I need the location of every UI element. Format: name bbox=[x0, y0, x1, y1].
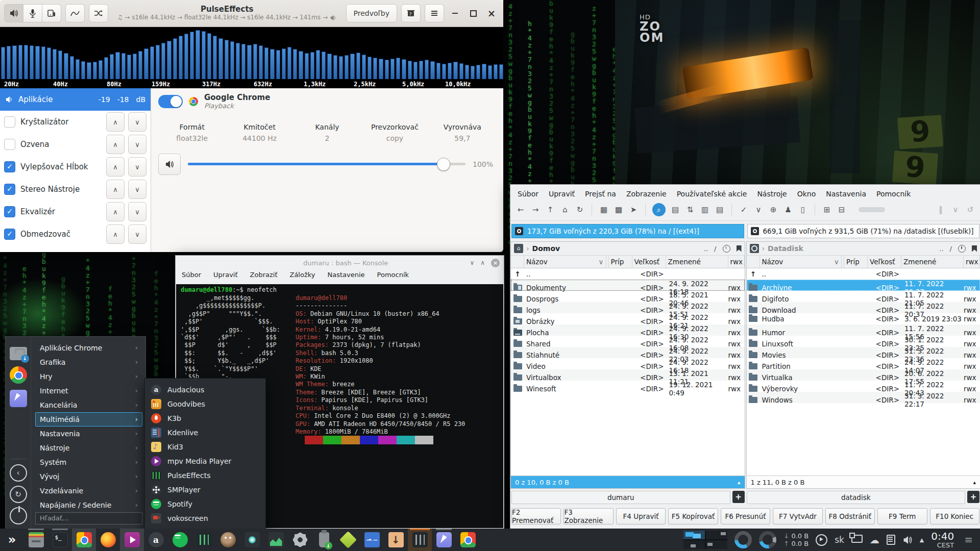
menu-category-kancel-ria[interactable]: Kancelária› bbox=[35, 398, 142, 412]
menu-category-n-stroje[interactable]: Nástroje› bbox=[35, 441, 142, 455]
menu-nastavenie[interactable]: Nastavenie bbox=[328, 271, 365, 279]
menu-category-nastavenia[interactable]: Nastavenia› bbox=[35, 427, 142, 441]
submenu-item-kid3[interactable]: Kid3 bbox=[145, 440, 265, 454]
cloud-tray-icon[interactable]: ☁ bbox=[870, 534, 879, 545]
effects-order-button[interactable] bbox=[89, 4, 108, 22]
plugin-checkbox[interactable]: ✓ bbox=[4, 206, 15, 217]
taskbar-gimp[interactable] bbox=[216, 529, 240, 551]
back-icon[interactable]: ← bbox=[516, 205, 526, 214]
menu-category-v-voj[interactable]: Vývoj› bbox=[35, 469, 142, 484]
file-row[interactable]: Humor<DIR>11. 7. 2022 15:56rwx bbox=[747, 324, 980, 336]
file-row[interactable]: Download<DIR>11. 7. 2022 20:37rwx bbox=[747, 302, 980, 313]
disk-usage-right[interactable]: 669,1 GiB voľných z 931,5 GiB (71%) na /… bbox=[747, 224, 980, 238]
menu-súbor[interactable]: Súbor bbox=[182, 271, 201, 279]
taskbar-file-drawer[interactable] bbox=[24, 529, 48, 551]
menu-item[interactable]: Upraviť bbox=[549, 190, 575, 198]
chrome-apps-icon[interactable] bbox=[10, 347, 27, 360]
disk-usage-gauge-2[interactable] bbox=[759, 531, 776, 548]
fkey-button[interactable]: F8 Odstrániť bbox=[825, 508, 875, 524]
new-tab-button[interactable]: + bbox=[967, 491, 979, 503]
file-row[interactable]: Výberovky<DIR>11. 7. 2022 20:43rwx bbox=[747, 381, 980, 392]
taskbar-cursor-app[interactable] bbox=[432, 529, 456, 551]
submenu-item-kdenlive[interactable]: Kdenlive bbox=[145, 425, 265, 440]
move-down-button[interactable]: ∨ bbox=[128, 112, 146, 132]
taskbar-app-launcher[interactable]: » bbox=[0, 529, 24, 551]
menu-category-vzdel-vanie[interactable]: Vzdelávanie› bbox=[35, 484, 142, 498]
home-icon[interactable]: ⌂ bbox=[514, 244, 523, 253]
taskbar-settings[interactable] bbox=[288, 529, 312, 551]
file-row[interactable]: Dosprogs<DIR>18. 5. 2021 20:46rwx bbox=[511, 291, 745, 302]
move-down-button[interactable]: ∨ bbox=[128, 157, 146, 177]
menu-item[interactable]: Zobrazenie bbox=[626, 190, 667, 198]
mute-button[interactable] bbox=[158, 154, 181, 175]
menu-item[interactable]: Súbor bbox=[518, 190, 538, 198]
column-zmenene[interactable]: Zmenené bbox=[901, 256, 964, 268]
net-connect-icon[interactable]: ⊕ bbox=[768, 205, 778, 214]
move-up-button[interactable]: ∧ bbox=[106, 202, 125, 221]
taskbar-screen-recorder[interactable] bbox=[360, 529, 384, 551]
checksum-more-icon[interactable]: ∨ bbox=[753, 205, 764, 214]
move-up-button[interactable]: ∧ bbox=[106, 224, 125, 244]
taskbar-konsole[interactable]: $_ bbox=[48, 529, 72, 551]
move-down-button[interactable]: ∨ bbox=[128, 135, 146, 154]
column-velkost[interactable]: Veľkosť bbox=[868, 256, 901, 268]
plugin-row[interactable]: ✓Vylepšovač Hĺbok∧∨ bbox=[0, 156, 151, 178]
shutdown-button[interactable] bbox=[10, 507, 27, 524]
new-file-icon[interactable]: ▤ bbox=[670, 205, 680, 214]
column-nazov[interactable]: Názov ∨ bbox=[760, 256, 845, 268]
up-dirs-button[interactable]: .. bbox=[704, 245, 708, 253]
file-row[interactable]: Virtualbox<DIR>13. 1. 2021 11:21rwx bbox=[511, 369, 745, 381]
taskbar-lime-app[interactable] bbox=[336, 529, 360, 551]
taskbar-pulseeffects[interactable] bbox=[192, 529, 216, 551]
fkey-button[interactable]: F7 VytvAdr bbox=[773, 508, 822, 524]
plugin-row[interactable]: Ozvena∧∨ bbox=[0, 133, 151, 156]
mount-plus-icon[interactable]: ⊞ bbox=[822, 205, 832, 214]
submenu-item-audacious[interactable]: aAudacious bbox=[145, 383, 265, 397]
plugin-row[interactable]: ✓Ekvalizér∧∨ bbox=[0, 201, 151, 223]
file-row[interactable]: Digifoto<DIR>11. 7. 2022 21:05rwx bbox=[747, 291, 980, 302]
menu-item[interactable]: Nástroje bbox=[757, 190, 787, 198]
fkey-button[interactable]: F2 Premenovať bbox=[511, 508, 561, 524]
disk-icon[interactable] bbox=[750, 244, 759, 253]
move-up-button[interactable]: ∧ bbox=[106, 180, 125, 199]
menu-category-hry[interactable]: Hry› bbox=[35, 369, 142, 384]
column-rwx[interactable]: rwx bbox=[728, 256, 745, 268]
konsole-titlebar[interactable]: dumaru : bash — Konsole ∨ ∧ × bbox=[176, 256, 504, 270]
column-nazov[interactable]: Názov ∨ bbox=[524, 256, 609, 268]
column-zmenene[interactable]: Zmenené bbox=[666, 256, 728, 268]
reset-presets-button[interactable]: ? bbox=[401, 4, 421, 22]
plugin-row[interactable]: ✓Obmedzovač∧∨ bbox=[0, 223, 151, 245]
fkey-button[interactable]: F3 Zobrazenie bbox=[564, 508, 613, 524]
taskbar-audacious[interactable]: a bbox=[144, 529, 168, 551]
column-rwx[interactable]: rwx bbox=[964, 256, 980, 268]
bookmark-icon[interactable] bbox=[972, 245, 977, 252]
menu-category-internet[interactable]: Internet› bbox=[35, 384, 142, 398]
desktop-1[interactable] bbox=[683, 531, 705, 539]
file-row[interactable]: ↑..<DIR> bbox=[747, 268, 980, 280]
volume-tray-icon[interactable] bbox=[902, 536, 913, 544]
volume-slider-handle[interactable] bbox=[437, 158, 450, 171]
network-speed-widget[interactable]: ↓ 0.0 B ↑ 0.0 B bbox=[783, 532, 808, 547]
display-tray-icon[interactable] bbox=[851, 535, 863, 543]
column-velkost[interactable]: Veľkosť bbox=[632, 256, 666, 268]
plugin-checkbox[interactable] bbox=[4, 139, 15, 150]
menu-category-grafika[interactable]: Grafika› bbox=[35, 355, 142, 369]
fkey-button[interactable]: F10 Koniec bbox=[930, 508, 979, 524]
desktop-4[interactable] bbox=[706, 540, 727, 549]
file-row[interactable]: Windows<DIR>31. 3. 2022 22:17rwx bbox=[747, 392, 980, 403]
back-button[interactable]: ‹ bbox=[10, 464, 27, 482]
stream-enabled-toggle[interactable] bbox=[158, 95, 183, 108]
submenu-item-k3b[interactable]: K3b bbox=[145, 411, 265, 425]
mount-minus-icon[interactable]: ⊟ bbox=[837, 205, 847, 214]
trash-icon[interactable]: ▯ bbox=[798, 205, 808, 214]
file-row[interactable]: ↑..<DIR> bbox=[511, 268, 745, 280]
file-row[interactable]: Archívne<DIR>11. 7. 2022 20:37rwx bbox=[747, 280, 980, 291]
column-prip[interactable]: Príp bbox=[609, 256, 632, 268]
shade-button[interactable]: ∨ bbox=[470, 259, 474, 266]
file-row[interactable]: Stiahnuté<DIR>24. 9. 2022 22:03rwx bbox=[511, 347, 745, 358]
desktop-3[interactable] bbox=[683, 540, 705, 549]
app-folder-icon[interactable] bbox=[10, 390, 27, 407]
fkey-button[interactable]: F6 Presunúť bbox=[721, 508, 770, 524]
invert-selection-icon[interactable]: ➤ bbox=[628, 205, 639, 214]
presets-button[interactable]: Predvoľby bbox=[346, 4, 397, 22]
